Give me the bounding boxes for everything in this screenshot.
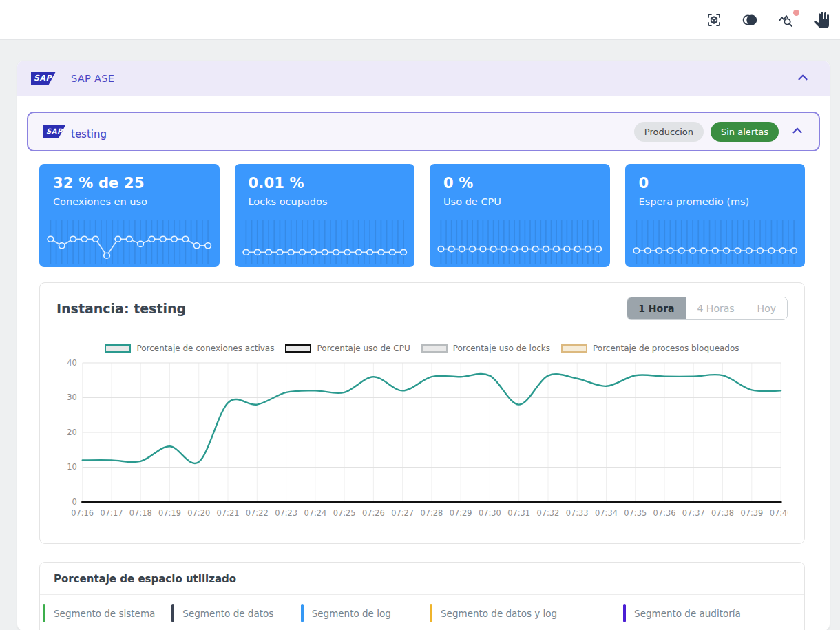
svg-text:07:35: 07:35	[624, 508, 647, 518]
collapse-chevron-up-icon[interactable]	[795, 70, 812, 87]
alert-status-badge: Sin alertas	[711, 122, 779, 142]
svg-text:07:36: 07:36	[653, 508, 676, 518]
segment-tab-segmento-de-log[interactable]: Segmento de log	[301, 604, 430, 622]
kpi-value: 32 % de 25	[53, 175, 206, 191]
segment-label: Segmento de datos y log	[441, 608, 557, 619]
svg-text:07:17: 07:17	[101, 508, 123, 518]
range-button-1-hora[interactable]: 1 Hora	[627, 297, 685, 319]
kpi-sparkline	[46, 220, 213, 264]
legend-label: Porcentaje uso de locks	[453, 344, 550, 353]
svg-text:07:26: 07:26	[362, 508, 385, 518]
kpi-label: Espera promedio (ms)	[639, 196, 792, 207]
legend-item[interactable]: Porcentaje uso de locks	[421, 344, 550, 353]
sap-ase-title: SAP ASE	[71, 73, 114, 84]
segment-color-bar	[430, 604, 432, 622]
range-button-hoy[interactable]: Hoy	[746, 297, 787, 319]
segment-color-bar	[301, 604, 304, 622]
svg-text:07:33: 07:33	[566, 508, 589, 518]
segment-color-bar	[171, 604, 174, 622]
svg-text:07:21: 07:21	[217, 508, 240, 518]
kpi-card-row: 32 % de 25Conexiones en uso0.01 %Locks o…	[39, 164, 805, 267]
range-button-4-horas[interactable]: 4 Horas	[686, 297, 746, 319]
svg-text:07:18: 07:18	[129, 508, 152, 518]
legend-swatch	[285, 344, 311, 353]
kpi-label: Uso de CPU	[443, 196, 596, 207]
time-range-group: 1 Hora4 HorasHoy	[627, 297, 788, 320]
kpi-value: 0.01 %	[249, 175, 401, 191]
svg-text:07:19: 07:19	[158, 508, 181, 518]
alert-dot	[793, 10, 799, 16]
svg-text:40: 40	[67, 358, 77, 368]
svg-text:07:39: 07:39	[740, 508, 763, 518]
kpi-card: 0Espera promedio (ms)	[625, 164, 806, 267]
svg-text:07:16: 07:16	[71, 508, 94, 518]
kpi-card: 0.01 %Locks ocupados	[235, 164, 415, 267]
legend-item[interactable]: Porcentaje uso de CPU	[285, 344, 410, 353]
kpi-value: 0 %	[443, 175, 596, 191]
svg-text:07:25: 07:25	[333, 508, 356, 518]
svg-text:07:38: 07:38	[711, 508, 734, 518]
segment-color-bar	[623, 604, 626, 622]
collapse-chevron-up-icon[interactable]	[790, 123, 806, 140]
segment-label: Segmento de datos	[182, 608, 273, 619]
svg-text:30: 30	[67, 392, 77, 402]
svg-text:07:22: 07:22	[246, 508, 269, 518]
svg-text:07:27: 07:27	[391, 508, 414, 518]
kpi-card: 32 % de 25Conexiones en uso	[39, 164, 220, 267]
page-body: SAP SAP ASE SAP testing Produccion Sin a…	[0, 40, 840, 630]
segment-label: Segmento de auditoría	[634, 608, 741, 619]
segment-tab-segmento-de-datos[interactable]: Segmento de datos	[171, 604, 300, 622]
segment-tabs: Segmento de sistemaSegmento de datosSegm…	[40, 595, 804, 630]
svg-text:07:24: 07:24	[304, 508, 326, 518]
sap-logo: SAP	[31, 72, 56, 85]
instance-panel-header[interactable]: SAP testing Produccion Sin alertas	[27, 112, 820, 151]
legend-swatch	[561, 344, 587, 353]
svg-text:07:30: 07:30	[479, 508, 501, 518]
kpi-sparkline	[242, 220, 408, 264]
segment-label: Segmento de sistema	[54, 608, 155, 619]
segment-label: Segmento de log	[312, 608, 391, 619]
svg-text:07:29: 07:29	[450, 508, 472, 518]
svg-text:07:31: 07:31	[507, 508, 530, 518]
legend-label: Porcentaje uso de CPU	[317, 344, 410, 353]
svg-text:07:28: 07:28	[420, 508, 443, 518]
space-usage-panel: Porcentaje de espacio utilizado Segmento…	[39, 562, 805, 630]
svg-text:07:23: 07:23	[275, 508, 297, 518]
space-panel-title: Porcentaje de espacio utilizado	[40, 563, 804, 595]
kpi-sparkline	[632, 220, 799, 264]
chart-search-icon[interactable]	[777, 11, 795, 29]
svg-text:07:32: 07:32	[537, 508, 560, 518]
segment-tab-segmento-de-sistema[interactable]: Segmento de sistema	[43, 604, 171, 622]
legend-label: Porcentaje de conexiones activas	[136, 344, 274, 353]
hand-icon[interactable]	[812, 11, 830, 29]
sap-logo: SAP	[43, 125, 65, 138]
svg-text:07:40: 07:40	[770, 508, 788, 518]
svg-text:10: 10	[67, 462, 77, 472]
svg-text:20: 20	[67, 428, 77, 437]
chart-title: Instancia: testing	[56, 301, 186, 316]
line-chart: 01020304007:1607:1707:1807:1907:2007:210…	[56, 357, 788, 529]
kpi-sparkline	[437, 220, 603, 264]
segment-color-bar	[43, 604, 45, 622]
chart-legend: Porcentaje de conexiones activasPorcenta…	[56, 344, 788, 353]
contrast-icon[interactable]	[741, 11, 759, 29]
kpi-label: Conexiones en uso	[53, 196, 206, 207]
top-toolbar	[0, 0, 840, 40]
instance-name: testing	[71, 128, 107, 140]
sap-ase-accordion-header[interactable]: SAP SAP ASE	[17, 61, 830, 96]
kpi-value: 0	[639, 175, 792, 191]
kpi-card: 0 %Uso de CPU	[430, 164, 610, 267]
segment-tab-segmento-de-datos-y-log[interactable]: Segmento de datos y log	[430, 604, 623, 622]
segment-tab-segmento-de-auditoría[interactable]: Segmento de auditoría	[623, 604, 797, 622]
legend-item[interactable]: Porcentaje de conexiones activas	[105, 344, 274, 353]
sap-ase-card: SAP SAP ASE SAP testing Produccion Sin a…	[17, 61, 830, 630]
legend-item[interactable]: Porcentaje de procesos bloqueados	[561, 344, 739, 353]
cube-scan-icon[interactable]	[705, 11, 723, 29]
instance-chart-panel: Instancia: testing 1 Hora4 HorasHoy Porc…	[39, 282, 805, 544]
kpi-label: Locks ocupados	[249, 196, 401, 207]
legend-swatch	[105, 344, 131, 353]
legend-swatch	[421, 344, 448, 353]
svg-text:0: 0	[72, 497, 77, 507]
svg-text:07:34: 07:34	[595, 508, 618, 518]
environment-badge: Produccion	[634, 122, 704, 142]
